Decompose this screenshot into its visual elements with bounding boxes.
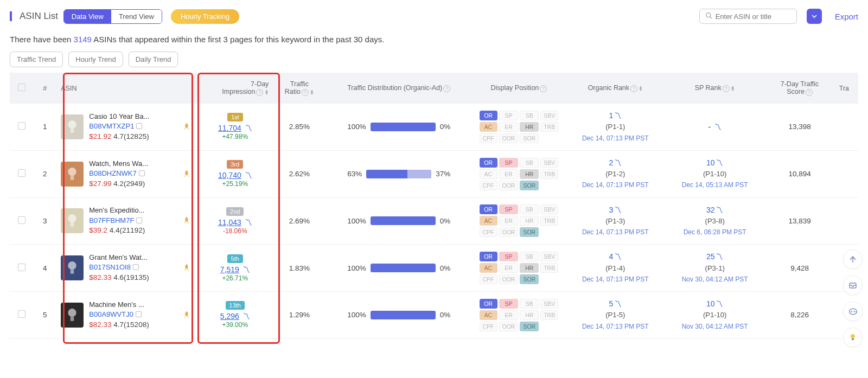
copy-icon[interactable] — [139, 170, 145, 176]
tab-data-view[interactable]: Data View — [64, 10, 111, 23]
distribution-bar — [371, 264, 436, 272]
traffic-ratio: 1.83% — [273, 245, 326, 292]
search-input[interactable] — [699, 9, 797, 24]
position-tag-sp: SP — [499, 158, 519, 168]
hourly-trend-button[interactable]: Hourly Trend — [68, 52, 123, 67]
svg-rect-3 — [71, 129, 74, 133]
chart-icon[interactable]: 〽 — [614, 206, 622, 214]
chart-icon[interactable]: 〽 — [716, 206, 723, 214]
product-thumb[interactable] — [61, 208, 84, 233]
help-icon[interactable]: ? — [806, 89, 813, 96]
col-impression[interactable]: 7-Day Impression?▲▼ — [197, 73, 273, 104]
daily-trend-button[interactable]: Daily Trend — [129, 52, 178, 67]
row-checkbox[interactable] — [18, 216, 25, 224]
position-tag-sor: SOR — [520, 133, 539, 143]
impression-link[interactable]: 11,043 — [218, 218, 241, 227]
sort-icon[interactable]: ▲▼ — [639, 86, 643, 91]
scroll-top-button[interactable] — [843, 249, 863, 269]
chart-icon[interactable]: 〽 — [245, 219, 252, 227]
row-checkbox[interactable] — [18, 122, 25, 130]
select-all-checkbox[interactable] — [18, 84, 25, 91]
svg-rect-7 — [71, 223, 74, 227]
asin-link[interactable]: B00A9WVTJ0 — [89, 310, 133, 318]
copy-icon[interactable] — [136, 311, 142, 317]
asin-link[interactable]: B017SN1OI8 — [89, 263, 131, 271]
chart-icon[interactable]: 〽 — [242, 312, 250, 321]
product-thumb[interactable] — [61, 255, 84, 280]
impression-link[interactable]: 10,740 — [218, 171, 241, 180]
search-dropdown[interactable] — [807, 9, 822, 24]
product-name[interactable]: Casio 10 Year Ba... — [89, 112, 149, 121]
help-icon[interactable]: ? — [256, 89, 263, 96]
export-button[interactable]: Export — [835, 12, 858, 21]
help-icon[interactable]: ? — [540, 85, 547, 92]
chart-icon[interactable]: 〽 — [716, 158, 723, 167]
traffic-trend-button[interactable]: Traffic Trend — [10, 52, 63, 67]
impression-link[interactable]: 7,519 — [220, 265, 239, 274]
chart-icon[interactable]: 〽 — [614, 111, 622, 120]
col-sp-rank[interactable]: SP Rank?▲▼ — [665, 73, 764, 104]
help-icon[interactable]: ? — [723, 85, 730, 92]
sort-icon[interactable]: ▲▼ — [731, 86, 735, 91]
inbox-button[interactable] — [843, 276, 863, 295]
chart-icon[interactable]: 〽 — [245, 171, 252, 180]
organic-rank-cell: 5〽 (P1-5) Dec 14, 07:13 PM PST — [570, 298, 661, 332]
position-tag-or: OR — [480, 204, 497, 214]
tab-trend-view[interactable]: Trend View — [111, 10, 162, 23]
position-tag-ac: AC — [480, 216, 497, 226]
help-icon[interactable]: ? — [302, 89, 309, 96]
copy-icon[interactable] — [136, 123, 142, 129]
position-tag-hr: HR — [520, 122, 539, 132]
col-trail: Tra — [835, 73, 858, 104]
row-index: 5 — [33, 292, 56, 339]
impression-cell: 13th 5,296 〽 +39.00% — [201, 301, 269, 329]
chart-icon[interactable]: 〽 — [716, 252, 723, 261]
copy-icon[interactable] — [133, 264, 139, 270]
sp-rank-cell: - 〽 — [669, 121, 760, 133]
hourly-tracking-pill[interactable]: Hourly Tracking — [171, 9, 239, 24]
asin-link[interactable]: B08DHZNWK7 — [89, 169, 136, 177]
chart-icon[interactable]: 〽 — [614, 252, 622, 261]
product-thumb[interactable] — [61, 114, 84, 139]
sort-icon[interactable]: ▲▼ — [264, 89, 269, 95]
chart-icon[interactable]: 〽 — [614, 158, 622, 167]
product-name[interactable]: Watch, Mens Wa... — [89, 159, 148, 169]
search-field[interactable] — [716, 12, 791, 21]
chart-icon[interactable]: 〽 — [714, 123, 722, 131]
product-name[interactable]: Grant Men's Wat... — [89, 253, 149, 262]
sort-icon[interactable]: ▲▼ — [310, 89, 314, 95]
discord-button[interactable] — [843, 302, 863, 321]
tips-button[interactable] — [843, 328, 863, 347]
impression-link[interactable]: 5,296 — [220, 312, 239, 321]
product-thumb[interactable] — [61, 303, 84, 328]
position-tag-oor: OOR — [499, 227, 519, 237]
product-rating: 4.7(15208) — [113, 321, 149, 329]
position-grid: ORSPSBSBVACERHRTRBCPFOORSOR — [476, 111, 561, 143]
asin-link[interactable]: B08VMTXZP1 — [89, 122, 134, 130]
chart-icon[interactable]: 〽 — [245, 124, 252, 132]
col-distribution: Traffic Distribution (Organic-Ad)? — [326, 73, 472, 104]
product-thumb[interactable] — [61, 162, 84, 187]
row-checkbox[interactable] — [18, 264, 25, 271]
product-name[interactable]: Men's Expeditio... — [89, 206, 145, 215]
row-checkbox[interactable] — [18, 310, 25, 318]
asin-link[interactable]: B07FFBHM7F — [89, 216, 134, 225]
position-tag-sb: SB — [520, 204, 539, 214]
distribution-bar — [371, 216, 436, 225]
chart-icon[interactable]: 〽 — [242, 266, 250, 274]
distribution-cell: 63% 37% — [330, 170, 468, 178]
table-row: 3 Men's Expeditio... B07FFBHM7F $39.2 4.… — [10, 197, 858, 245]
col-organic-rank[interactable]: Organic Rank?▲▼ — [566, 73, 665, 104]
product-price: $82.33 — [89, 321, 111, 329]
row-checkbox[interactable] — [18, 169, 25, 177]
help-icon[interactable]: ? — [630, 85, 637, 92]
help-icon[interactable]: ? — [443, 85, 450, 92]
product-name[interactable]: Machine Men's ... — [89, 300, 149, 310]
col-ratio[interactable]: Traffic Ratio?▲▼ — [273, 73, 326, 104]
position-tag-er: ER — [499, 122, 519, 132]
col-asin[interactable]: ASIN — [56, 73, 197, 104]
chart-icon[interactable]: 〽 — [614, 299, 622, 308]
impression-link[interactable]: 11,704 — [218, 124, 241, 132]
chart-icon[interactable]: 〽 — [716, 299, 723, 308]
copy-icon[interactable] — [136, 217, 142, 223]
